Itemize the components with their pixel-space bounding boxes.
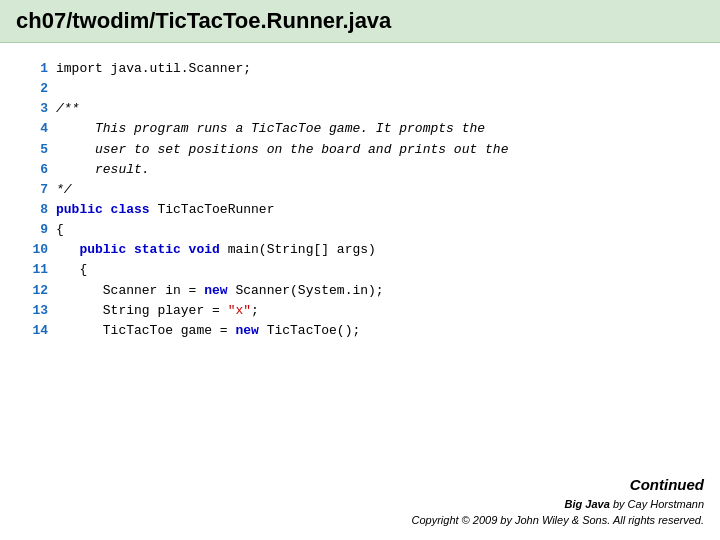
code-line: Scanner in = new Scanner(System.in); bbox=[52, 281, 696, 301]
code-line: */ bbox=[52, 180, 696, 200]
line-number: 12 bbox=[24, 281, 52, 301]
code-line: This program runs a TicTacToe game. It p… bbox=[52, 119, 696, 139]
copyright-line2: Copyright © 2009 by John Wiley & Sons. A… bbox=[411, 513, 704, 528]
code-line: { bbox=[52, 220, 696, 240]
code-line: { bbox=[52, 260, 696, 280]
table-row: 1 import java.util.Scanner; bbox=[24, 59, 696, 79]
code-line: /** bbox=[52, 99, 696, 119]
table-row: 7 */ bbox=[24, 180, 696, 200]
line-number: 8 bbox=[24, 200, 52, 220]
table-row: 4 This program runs a TicTacToe game. It… bbox=[24, 119, 696, 139]
page-title: ch07/twodim/TicTacToe.Runner.java bbox=[16, 8, 704, 34]
author-text: by Cay Horstmann bbox=[613, 498, 704, 510]
table-row: 3 /** bbox=[24, 99, 696, 119]
line-number: 1 bbox=[24, 59, 52, 79]
table-row: 11 { bbox=[24, 260, 696, 280]
line-number: 13 bbox=[24, 301, 52, 321]
table-row: 10 public static void main(String[] args… bbox=[24, 240, 696, 260]
line-number: 11 bbox=[24, 260, 52, 280]
table-row: 2 bbox=[24, 79, 696, 99]
copyright-line1: Big Java by Cay Horstmann bbox=[411, 497, 704, 512]
table-row: 14 TicTacToe game = new TicTacToe(); bbox=[24, 321, 696, 341]
line-number: 5 bbox=[24, 140, 52, 160]
code-line: public static void main(String[] args) bbox=[52, 240, 696, 260]
line-number: 14 bbox=[24, 321, 52, 341]
title-bar: ch07/twodim/TicTacToe.Runner.java bbox=[0, 0, 720, 43]
code-line: TicTacToe game = new TicTacToe(); bbox=[52, 321, 696, 341]
code-line: public class TicTacToeRunner bbox=[52, 200, 696, 220]
code-block: 1 import java.util.Scanner; 2 3 /** 4 Th… bbox=[24, 59, 696, 341]
footer: Continued Big Java by Cay Horstmann Copy… bbox=[411, 476, 704, 528]
table-row: 9 { bbox=[24, 220, 696, 240]
code-line: user to set positions on the board and p… bbox=[52, 140, 696, 160]
continued-label: Continued bbox=[411, 476, 704, 493]
code-line: result. bbox=[52, 160, 696, 180]
table-row: 5 user to set positions on the board and… bbox=[24, 140, 696, 160]
book-title: Big Java bbox=[565, 498, 610, 510]
line-number: 9 bbox=[24, 220, 52, 240]
table-row: 6 result. bbox=[24, 160, 696, 180]
line-number: 7 bbox=[24, 180, 52, 200]
line-number: 10 bbox=[24, 240, 52, 260]
content-area: 1 import java.util.Scanner; 2 3 /** 4 Th… bbox=[0, 43, 720, 357]
line-number: 2 bbox=[24, 79, 52, 99]
line-number: 3 bbox=[24, 99, 52, 119]
line-number: 6 bbox=[24, 160, 52, 180]
code-line bbox=[52, 79, 696, 99]
code-line: String player = "x"; bbox=[52, 301, 696, 321]
table-row: 13 String player = "x"; bbox=[24, 301, 696, 321]
code-line: import java.util.Scanner; bbox=[52, 59, 696, 79]
table-row: 12 Scanner in = new Scanner(System.in); bbox=[24, 281, 696, 301]
line-number: 4 bbox=[24, 119, 52, 139]
table-row: 8 public class TicTacToeRunner bbox=[24, 200, 696, 220]
